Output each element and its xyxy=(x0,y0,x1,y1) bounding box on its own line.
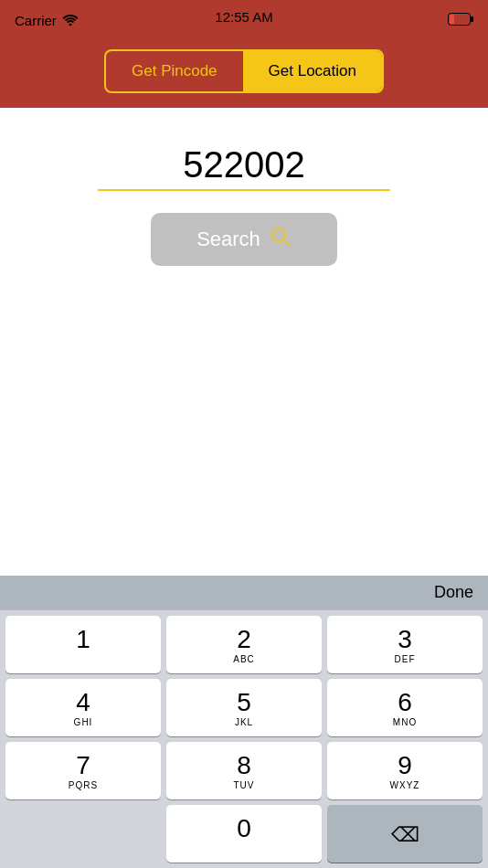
key-1-num: 1 xyxy=(76,627,90,652)
key-0-letters xyxy=(242,843,246,853)
key-9-letters: WXYZ xyxy=(390,780,420,790)
status-bar: Carrier 12:55 AM xyxy=(0,0,488,40)
key-9[interactable]: 9 WXYZ xyxy=(327,742,483,799)
key-8-num: 8 xyxy=(237,753,251,778)
search-label: Search xyxy=(196,228,260,251)
done-button[interactable]: Done xyxy=(434,583,473,602)
get-location-button[interactable]: Get Location xyxy=(243,51,382,91)
pin-input-wrapper xyxy=(18,144,470,191)
key-1[interactable]: 1 xyxy=(5,616,161,673)
segment-control: Get Pincode Get Location xyxy=(104,49,384,93)
key-0[interactable]: 0 xyxy=(166,805,322,863)
key-4-letters: GHI xyxy=(74,717,93,727)
key-6-letters: MNO xyxy=(393,717,417,727)
search-button[interactable]: Search xyxy=(151,213,337,266)
nav-bar: Get Pincode Get Location xyxy=(0,40,488,108)
battery-icon xyxy=(448,13,473,28)
key-8-letters: TUV xyxy=(234,780,255,790)
key-8[interactable]: 8 TUV xyxy=(166,742,322,799)
key-2-letters: ABC xyxy=(233,654,255,664)
delete-key[interactable]: ⌫ xyxy=(327,805,483,863)
key-0-num: 0 xyxy=(237,816,251,842)
pin-input[interactable] xyxy=(98,144,390,191)
keyboard-keys: 1 2 ABC 3 DEF 4 GHI 5 JKL 6 MNO xyxy=(0,610,488,868)
keyboard-done-bar: Done xyxy=(0,576,488,610)
key-5[interactable]: 5 JKL xyxy=(166,679,322,736)
status-time: 12:55 AM xyxy=(215,9,272,25)
key-7-letters: PQRS xyxy=(69,780,98,790)
key-6[interactable]: 6 MNO xyxy=(327,679,483,736)
key-3[interactable]: 3 DEF xyxy=(327,616,483,673)
key-4[interactable]: 4 GHI xyxy=(5,679,161,736)
svg-rect-2 xyxy=(471,16,473,22)
search-icon xyxy=(270,226,292,253)
key-5-num: 5 xyxy=(237,690,251,715)
svg-line-5 xyxy=(283,240,290,247)
key-6-num: 6 xyxy=(398,690,412,715)
svg-point-0 xyxy=(69,23,71,26)
carrier-label: Carrier xyxy=(15,13,57,28)
key-empty xyxy=(5,805,161,863)
key-7-num: 7 xyxy=(76,753,90,778)
key-7[interactable]: 7 PQRS xyxy=(5,742,161,799)
key-5-letters: JKL xyxy=(235,717,253,727)
get-pincode-button[interactable]: Get Pincode xyxy=(106,51,243,91)
svg-rect-3 xyxy=(450,15,454,24)
wifi-icon xyxy=(62,13,79,28)
main-content: Search xyxy=(0,108,488,515)
delete-icon: ⌫ xyxy=(391,823,419,847)
key-2-num: 2 xyxy=(237,627,251,652)
key-4-num: 4 xyxy=(76,690,90,715)
keyboard: Done 1 2 ABC 3 DEF 4 GHI 5 JKL xyxy=(0,576,488,868)
key-2[interactable]: 2 ABC xyxy=(166,616,322,673)
key-3-letters: DEF xyxy=(395,654,416,664)
key-3-num: 3 xyxy=(398,627,412,652)
key-1-letters xyxy=(81,654,85,664)
key-9-num: 9 xyxy=(398,753,412,778)
